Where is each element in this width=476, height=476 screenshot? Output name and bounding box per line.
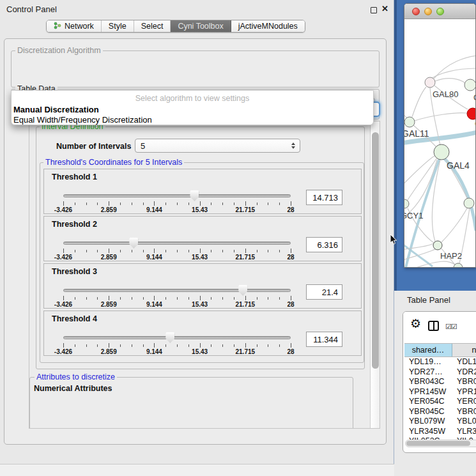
threshold-group-label: Threshold's Coordinates for 5 Intervals (43, 158, 184, 167)
popup-item-equal-width[interactable]: Equal Width/Frequency Discretization (13, 115, 152, 125)
network-edge[interactable] (435, 79, 465, 83)
cell-shared-name[interactable]: YDL19… (404, 357, 452, 367)
tab-jactivemnodules[interactable]: jActiveMNodules (231, 20, 305, 32)
gear-icon[interactable]: ⚙ (410, 316, 421, 331)
settings-vertical-scrollbar[interactable] (370, 121, 380, 429)
cell-shared-name[interactable]: YER054C (404, 397, 452, 407)
node-label-gal11: GAL11 (404, 128, 429, 139)
popup-hint: Select algorithm to view settings (12, 94, 373, 103)
cell-name[interactable]: YDR2 (452, 367, 476, 378)
node-label-ga: GA (473, 93, 476, 102)
cell-shared-name[interactable]: YBR043C (404, 377, 452, 387)
cell-shared-name[interactable]: YBR045C (404, 407, 452, 417)
window-title: Control Panel (6, 4, 57, 14)
network-view-window: GAL80GACGAL11GAL4GCY1HHAP2 (404, 3, 476, 268)
network-node[interactable] (434, 144, 449, 160)
network-window-titlebar[interactable] (404, 4, 475, 19)
cell-name[interactable]: YBR0 (452, 407, 476, 417)
column-layout-icon[interactable] (428, 321, 439, 331)
table-row[interactable]: YBR045CYBR0 (404, 407, 476, 417)
node-label-hap2: HAP2 (440, 251, 462, 261)
cell-name[interactable]: YBR0 (452, 377, 476, 387)
slider-ticks (63, 201, 291, 206)
network-node[interactable] (425, 77, 435, 88)
table-horizontal-scrollbar[interactable] (405, 440, 476, 447)
slider-thumb[interactable] (190, 190, 199, 201)
table-row[interactable]: YDL19…YDL1 (404, 357, 476, 367)
tab-style[interactable]: Style (102, 20, 134, 32)
column-header-name[interactable]: na (452, 344, 476, 357)
slider-ticks (63, 343, 291, 348)
column-select-icon[interactable]: ☑☑ (445, 323, 457, 331)
popup-item-manual[interactable]: Manual Discretization (13, 105, 99, 114)
table-row[interactable]: YPR145WYPR1 (404, 387, 476, 397)
tab-network[interactable]: Network (47, 20, 102, 32)
minimize-traffic-light-icon[interactable] (424, 8, 432, 15)
close-icon[interactable]: ✕ (381, 4, 388, 13)
tab-select[interactable]: Select (134, 20, 171, 32)
scrollbar-thumb[interactable] (372, 132, 379, 369)
table-rows: YDL19…YDL1YDR27…YDR2YBR043CYBR0YPR145WYP… (404, 357, 476, 447)
tab-label: Style (109, 22, 127, 31)
threshold-slider[interactable]: -3.4262.8599.14415.4321.71528 (63, 169, 291, 215)
threshold-panel-4: Threshold 4-3.4262.8599.14415.4321.71528… (43, 311, 362, 356)
cell-name[interactable]: YLR3 (452, 427, 476, 437)
network-canvas[interactable]: GAL80GACGAL11GAL4GCY1HHAP2 (404, 20, 476, 268)
threshold-value-field[interactable]: 14.713 (306, 190, 342, 205)
threshold-panel-1: Threshold 1-3.4262.8599.14415.4321.71528… (43, 169, 362, 214)
network-node[interactable] (467, 108, 476, 119)
threshold-value-field[interactable]: 11.344 (306, 332, 342, 347)
cell-name[interactable]: YDL1 (452, 357, 476, 367)
table-row[interactable]: YER054CYER0 (404, 397, 476, 407)
top-tab-bar: NetworkStyleSelectCyni ToolboxjActiveMNo… (46, 20, 305, 33)
cell-name[interactable]: YPR1 (452, 387, 476, 397)
cell-name[interactable]: YER0 (452, 397, 476, 407)
slider-thumb[interactable] (238, 285, 247, 296)
close-traffic-light-icon[interactable] (412, 8, 420, 15)
slider-track[interactable] (63, 242, 291, 245)
control-panel-window: Control Panel ✕ NetworkStyleSelectCyni T… (0, 0, 394, 464)
threshold-slider[interactable]: -3.4262.8599.14415.4321.71528 (63, 264, 291, 309)
threshold-value-field[interactable]: 21.4 (306, 284, 342, 300)
cell-shared-name[interactable]: YBL079W (404, 417, 452, 427)
zoom-traffic-light-icon[interactable] (436, 8, 444, 15)
float-window-icon[interactable] (371, 7, 377, 13)
column-header-shared-name[interactable]: shared… (404, 344, 452, 357)
network-node[interactable] (404, 199, 409, 208)
network-graph: GAL80GACGAL11GAL4GCY1HHAP2 (404, 20, 476, 268)
network-node[interactable] (433, 241, 442, 250)
network-edge[interactable] (434, 56, 476, 79)
network-node[interactable] (464, 198, 474, 208)
slider-track[interactable] (63, 194, 291, 197)
network-edge[interactable] (441, 208, 467, 242)
network-edge[interactable] (412, 87, 426, 117)
table-row[interactable]: YBL079WYBL0 (404, 417, 476, 427)
cell-shared-name[interactable]: YLR345W (404, 427, 452, 437)
attributes-group-label: Attributes to discretize (35, 372, 117, 381)
cell-name[interactable]: YBL0 (452, 417, 476, 427)
table-panel: ⚙ ☑☑ shared… na YDL19…YDL1YDR27…YDR2YBR0… (403, 311, 476, 453)
slider-thumb[interactable] (165, 332, 174, 343)
tab-cyni-toolbox[interactable]: Cyni Toolbox (171, 20, 231, 32)
table-row[interactable]: YLR345WYLR3 (404, 427, 476, 437)
network-node[interactable] (454, 263, 463, 268)
threshold-slider[interactable]: -3.4262.8599.14415.4321.71528 (63, 311, 291, 357)
network-edge[interactable] (415, 113, 467, 121)
slider-track[interactable] (63, 336, 291, 339)
slider-track[interactable] (63, 289, 291, 292)
cell-shared-name[interactable]: YPR145W (404, 387, 452, 397)
table-row[interactable]: YDR27…YDR2 (404, 367, 476, 378)
num-intervals-combo[interactable]: 5 (135, 139, 300, 153)
slider-thumb[interactable] (129, 238, 138, 249)
cell-shared-name[interactable]: YDR27… (404, 367, 452, 378)
table-row[interactable]: YBR043CYBR0 (404, 377, 476, 387)
network-edge[interactable] (416, 261, 456, 268)
network-node[interactable] (404, 117, 415, 127)
network-node[interactable] (464, 79, 476, 91)
node-table: shared… na YDL19…YDL1YDR27…YDR2YBR043CYB… (404, 343, 476, 447)
mouse-cursor (390, 234, 397, 245)
threshold-slider[interactable]: -3.4262.8599.14415.4321.71528 (63, 217, 291, 262)
slider-tick-labels: -3.4262.8599.14415.4321.71528 (63, 301, 291, 308)
threshold-value-field[interactable]: 6.316 (306, 237, 342, 252)
network-edge[interactable] (404, 103, 407, 118)
